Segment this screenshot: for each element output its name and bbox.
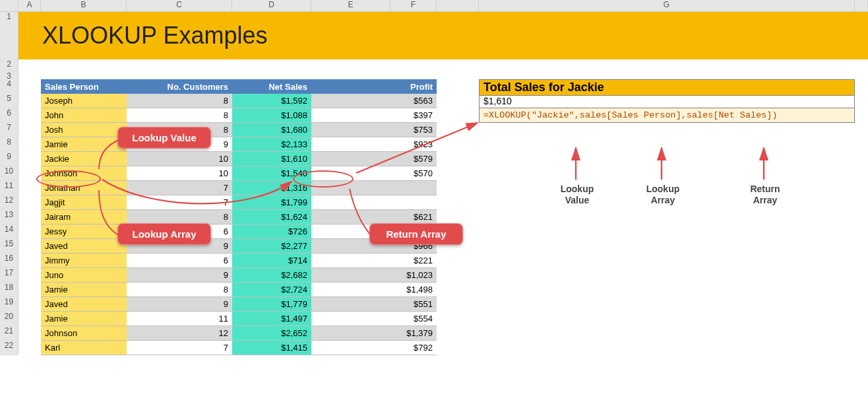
cell-no-customers[interactable]: 8	[127, 210, 232, 225]
cell-net-sales[interactable]: $1,592	[232, 94, 311, 108]
cell-net-sales[interactable]: $726	[232, 225, 311, 239]
cell-profit[interactable]	[390, 181, 437, 195]
cell-no-customers[interactable]: 7	[127, 181, 232, 195]
cell-sales-person[interactable]: Jimmy	[41, 254, 127, 268]
row-11[interactable]: 11	[0, 181, 18, 195]
cell-net-sales[interactable]: $2,277	[232, 239, 311, 254]
cell-sales-person[interactable]: John	[41, 108, 127, 123]
cell-profit[interactable]: $753	[390, 123, 437, 137]
row-13[interactable]: 13	[0, 210, 18, 225]
row-14[interactable]: 14	[0, 225, 18, 239]
cell-no-customers[interactable]: 7	[127, 195, 232, 210]
callout-lookup-value: Lookup Value	[117, 127, 211, 149]
row-5[interactable]: 5	[0, 94, 18, 108]
row-10[interactable]: 10	[0, 166, 18, 181]
callout-lookup-array: Lookup Array	[117, 223, 211, 245]
row-12[interactable]: 12	[0, 195, 18, 210]
cell-no-customers[interactable]: 9	[127, 268, 232, 283]
cell-net-sales[interactable]: $1,610	[232, 152, 311, 166]
row-1[interactable]: 1	[0, 12, 18, 59]
cell-sales-person[interactable]: Javed	[41, 297, 127, 312]
cell-net-sales[interactable]: $1,415	[232, 341, 311, 355]
cell-no-customers[interactable]: 12	[127, 326, 232, 341]
cell-profit[interactable]: $551	[390, 297, 437, 312]
row-18[interactable]: 18	[0, 283, 18, 297]
cell-sales-person[interactable]: Jamie	[41, 283, 127, 297]
cell-no-customers[interactable]: 10	[127, 152, 232, 166]
formula-label-lookup-array: LookupArray	[636, 184, 689, 206]
result-value[interactable]: $1,610	[479, 94, 855, 108]
cell-no-customers[interactable]: 10	[127, 166, 232, 181]
cell-net-sales[interactable]: $1,799	[232, 195, 311, 210]
row-16[interactable]: 16	[0, 254, 18, 268]
row-6[interactable]: 6	[0, 108, 18, 123]
row-22[interactable]: 22	[0, 341, 18, 355]
col-g[interactable]: G	[479, 0, 855, 11]
column-headers: A B C D E F G	[0, 0, 868, 12]
cell-sales-person[interactable]: Johnson	[41, 326, 127, 341]
cell-no-customers[interactable]: 8	[127, 94, 232, 108]
row-20[interactable]: 20	[0, 312, 18, 326]
result-formula[interactable]: =XLOOKUP("Jackie",sales[Sales Person],sa…	[479, 108, 855, 123]
ellipse-net	[293, 170, 354, 188]
cell-net-sales[interactable]: $1,680	[232, 123, 311, 137]
row-17[interactable]: 17	[0, 268, 18, 283]
cell-no-customers[interactable]: 9	[127, 297, 232, 312]
col-b[interactable]: B	[41, 0, 127, 11]
row-21[interactable]: 21	[0, 326, 18, 341]
cell-net-sales[interactable]: $1,624	[232, 210, 311, 225]
cell-net-sales[interactable]: $714	[232, 254, 311, 268]
row-7[interactable]: 7	[0, 123, 18, 137]
cell-net-sales[interactable]: $1,088	[232, 108, 311, 123]
col-d[interactable]: D	[232, 0, 311, 11]
row-9[interactable]: 9	[0, 152, 18, 166]
formula-label-return-array: ReturnArray	[739, 184, 791, 206]
cell-sales-person[interactable]: Jackie	[41, 152, 127, 166]
row-8[interactable]: 8	[0, 137, 18, 152]
col-e[interactable]: E	[311, 0, 390, 11]
cell-no-customers[interactable]: 8	[127, 283, 232, 297]
cell-sales-person[interactable]: Jamie	[41, 312, 127, 326]
cell-profit[interactable]: $570	[390, 166, 437, 181]
cell-sales-person[interactable]: Karl	[41, 341, 127, 355]
cell-profit[interactable]	[390, 195, 437, 210]
col-f[interactable]: F	[390, 0, 437, 11]
cell-profit[interactable]: $1,498	[390, 283, 437, 297]
cell-profit[interactable]: $554	[390, 312, 437, 326]
cell-sales-person[interactable]: Jamie	[41, 137, 127, 152]
col-c[interactable]: C	[127, 0, 232, 11]
cell-sales-person[interactable]: Juno	[41, 268, 127, 283]
cell-sales-person[interactable]: Jessy	[41, 225, 127, 239]
cell-no-customers[interactable]: 6	[127, 254, 232, 268]
page-title: XLOOKUP Examples	[18, 12, 868, 59]
cell-profit[interactable]: $397	[390, 108, 437, 123]
cell-net-sales[interactable]: $2,724	[232, 283, 311, 297]
col-a[interactable]: A	[18, 0, 41, 11]
cell-profit[interactable]: $221	[390, 254, 437, 268]
cell-profit[interactable]: $1,023	[390, 268, 437, 283]
cell-profit[interactable]: $923	[390, 137, 437, 152]
cell-profit[interactable]: $1,379	[390, 326, 437, 341]
row-15[interactable]: 15	[0, 239, 18, 254]
grid-body: 1 XLOOKUP Examples 2 3 4 Sales Person No…	[0, 12, 868, 355]
cell-sales-person[interactable]: Jairam	[41, 210, 127, 225]
cell-profit[interactable]: $621	[390, 210, 437, 225]
cell-profit[interactable]: $792	[390, 341, 437, 355]
cell-profit[interactable]: $579	[390, 152, 437, 166]
cell-sales-person[interactable]: Josh	[41, 123, 127, 137]
cell-net-sales[interactable]: $2,652	[232, 326, 311, 341]
cell-net-sales[interactable]: $2,682	[232, 268, 311, 283]
cell-sales-person[interactable]: Jagjit	[41, 195, 127, 210]
cell-net-sales[interactable]: $1,497	[232, 312, 311, 326]
cell-net-sales[interactable]: $1,779	[232, 297, 311, 312]
ellipse-jackie	[36, 170, 101, 188]
cell-no-customers[interactable]: 7	[127, 341, 232, 355]
cell-no-customers[interactable]: 11	[127, 312, 232, 326]
cell-profit[interactable]: $563	[390, 94, 437, 108]
cell-sales-person[interactable]: Joseph	[41, 94, 127, 108]
row-19[interactable]: 19	[0, 297, 18, 312]
cell-net-sales[interactable]: $2,133	[232, 137, 311, 152]
row-2[interactable]: 2	[0, 59, 18, 71]
cell-sales-person[interactable]: Javed	[41, 239, 127, 254]
cell-no-customers[interactable]: 8	[127, 108, 232, 123]
